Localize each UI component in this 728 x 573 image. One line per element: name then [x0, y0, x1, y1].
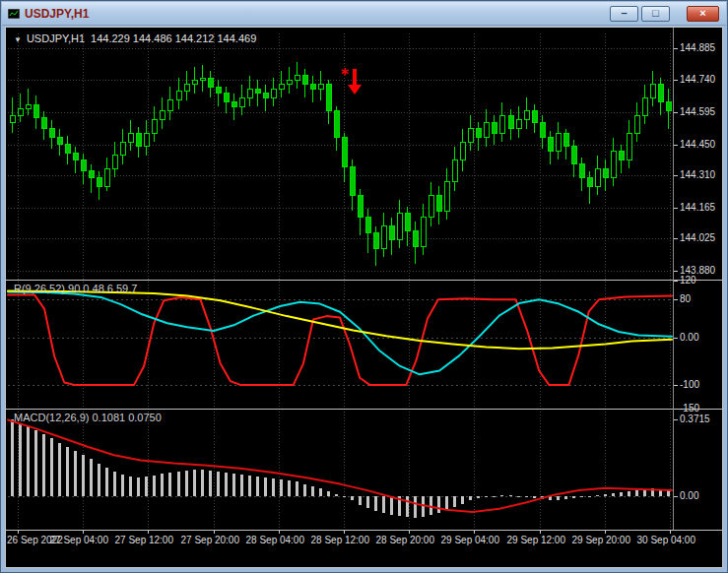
wpr-slow-line — [8, 292, 672, 375]
candle-body — [350, 166, 355, 195]
ohlc-values: 144.229 144.486 144.212 144.469 — [91, 32, 256, 44]
down-arrow-icon[interactable] — [348, 69, 362, 95]
chart-canvas: * — [6, 28, 722, 567]
candle-body — [318, 85, 323, 90]
candle-body — [49, 129, 54, 138]
candle-body — [532, 111, 537, 122]
time-axis[interactable]: 26 Sep 202227 Sep 04:0027 Sep 12:0027 Se… — [6, 535, 722, 548]
candle-body — [302, 76, 307, 85]
candle-body — [365, 218, 370, 233]
chart-window-icon — [8, 9, 20, 19]
indicator-level-lines — [8, 300, 672, 497]
candle-body — [89, 171, 94, 178]
candle-body — [492, 122, 496, 133]
time-axis-label: 29 Sep 04:00 — [441, 535, 500, 545]
candle-body — [484, 122, 489, 138]
oscillator-axis-label: 0.00 — [680, 332, 698, 343]
time-axis-label: 27 Sep 20:00 — [181, 535, 240, 545]
wpr-indicator-label: R(9,26,52) 90.0 48.6 59.7 — [14, 283, 137, 294]
candle-body — [97, 177, 101, 186]
candle-body — [192, 80, 197, 85]
candle-body — [136, 133, 141, 147]
candle-body — [167, 100, 172, 111]
candle-body — [508, 115, 513, 129]
candle-body — [556, 133, 561, 151]
titlebar[interactable]: USDJPY,H1 – □ × — [2, 2, 726, 26]
wpr-indicator-name: R(9,26,52) — [14, 283, 65, 294]
candle-body — [642, 97, 647, 115]
restore-button[interactable]: □ — [641, 6, 670, 22]
candle-body — [476, 129, 481, 138]
candle-body — [65, 145, 70, 154]
candle-body — [208, 78, 213, 87]
candle-body — [405, 213, 410, 230]
price-axis-label: 144.740 — [680, 74, 715, 85]
candle-body — [81, 159, 86, 170]
candle-body — [57, 138, 62, 145]
candle-body — [271, 89, 276, 97]
candle-body — [144, 133, 149, 147]
candle-body — [10, 115, 15, 122]
macd-axis-label: 0.3715 — [680, 414, 710, 424]
macd-axis-label: 0.00 — [680, 490, 698, 501]
oscillator-axis-label: -100 — [680, 379, 699, 390]
candle-body — [73, 154, 78, 160]
candle-body — [373, 233, 378, 249]
candle-body — [239, 97, 244, 106]
chart-window: USDJPY,H1 – □ × * ▼USDJPY,H1144.229 144.… — [0, 0, 728, 573]
candle-body — [18, 109, 23, 116]
candle-body — [334, 111, 339, 138]
candle-body — [295, 76, 299, 81]
grid — [8, 33, 672, 530]
candle-body — [460, 142, 465, 159]
candle-body — [232, 102, 236, 107]
candle-body — [389, 226, 394, 240]
candle-body — [563, 133, 568, 147]
candle-body — [310, 85, 315, 90]
window-title: USDJPY,H1 — [25, 7, 89, 21]
time-axis-label: 27 Sep 12:00 — [115, 535, 174, 545]
candle-body — [650, 85, 655, 98]
candle-body — [421, 218, 426, 246]
close-button[interactable]: × — [687, 6, 719, 22]
oscillator-axis-label: 120 — [680, 275, 696, 286]
candle-body — [429, 195, 433, 218]
time-axis-label: 27 Sep 04:00 — [50, 535, 109, 545]
symbol-label: USDJPY,H1 — [27, 32, 85, 44]
candle-body — [358, 195, 363, 218]
window-controls: – □ × — [607, 6, 719, 22]
candle-body — [287, 80, 292, 85]
time-axis-label: 28 Sep 20:00 — [376, 535, 435, 545]
chevron-down-icon[interactable]: ▼ — [14, 35, 22, 44]
macd-histogram — [11, 419, 670, 518]
price-axis-label: 144.450 — [680, 139, 715, 150]
candle-body — [184, 85, 189, 92]
candle-body — [255, 89, 260, 94]
candle-body — [436, 195, 441, 211]
candle-body — [247, 89, 252, 97]
candle-body — [499, 115, 504, 133]
candle-body — [104, 168, 109, 186]
candle-body — [516, 120, 521, 129]
candle-body — [603, 168, 608, 177]
candle-body — [200, 78, 205, 80]
candle-body — [216, 87, 221, 94]
candle-body — [666, 102, 671, 111]
candle-body — [619, 151, 624, 159]
candle-body — [381, 226, 386, 249]
price-axis-label: 144.310 — [680, 169, 715, 180]
star-icon[interactable]: * — [341, 66, 349, 84]
chart-area[interactable]: * ▼USDJPY,H1144.229 144.486 144.212 144.… — [5, 27, 723, 568]
time-axis-label: 29 Sep 12:00 — [507, 535, 566, 545]
candle-body — [444, 182, 449, 211]
minimize-button[interactable]: – — [610, 6, 638, 22]
macd-signal-line — [8, 420, 672, 512]
candle-body — [224, 94, 229, 102]
candle-body — [587, 177, 592, 186]
candle-body — [128, 133, 133, 142]
candlestick-series — [10, 62, 671, 266]
candle-body — [279, 85, 284, 90]
candle-body — [26, 104, 31, 109]
candle-body — [548, 138, 553, 152]
price-axis[interactable]: 144.885144.740144.595144.450144.310144.1… — [680, 28, 722, 567]
